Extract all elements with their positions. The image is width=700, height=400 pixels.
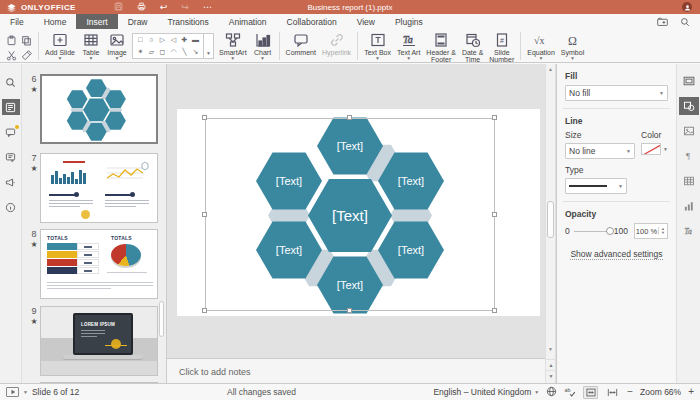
next-slide-button[interactable]: ▼ — [546, 370, 556, 381]
hyperlink-button[interactable]: Hyperlink — [319, 31, 354, 57]
fill-select[interactable]: No fill▼ — [565, 85, 668, 101]
print-button[interactable] — [137, 2, 146, 13]
shape-left-arrow-icon[interactable]: ◁ — [171, 35, 176, 45]
slides-panel-button[interactable] — [2, 99, 20, 115]
selection-handle-bottom-right[interactable] — [492, 308, 497, 313]
menu-view[interactable]: View — [347, 14, 385, 29]
slide-6-thumbnail[interactable] — [40, 74, 158, 144]
search-icon[interactable] — [680, 13, 690, 31]
fit-to-slide-button[interactable] — [583, 386, 598, 399]
menu-home[interactable]: Home — [34, 14, 77, 29]
find-button[interactable] — [2, 74, 20, 90]
shape-rectangle-icon[interactable]: □ — [138, 35, 142, 45]
hexagon-cluster-smartart[interactable]: [Text] [Text] [Text] [Text] [Text] [Text… — [177, 109, 540, 316]
shape-plus-icon[interactable]: ✚ — [182, 35, 188, 45]
start-slideshow-button[interactable] — [6, 387, 19, 397]
shape-callout-icon[interactable]: ◻ — [160, 47, 166, 57]
text-box-button[interactable]: Text Box▼ — [361, 31, 394, 62]
about-button[interactable] — [2, 199, 20, 215]
hexagon-text-top-left[interactable]: [Text] — [276, 175, 302, 187]
selection-handle-bottom-center[interactable] — [347, 308, 352, 313]
hexagon-text-top[interactable]: [Text] — [337, 140, 363, 152]
slide-7-thumbnail[interactable] — [40, 153, 158, 223]
shape-arrow-line-icon[interactable]: ↘ — [193, 47, 199, 57]
fit-to-width-button[interactable] — [605, 386, 620, 399]
zoom-in-button[interactable]: + — [688, 387, 694, 397]
hexagon-text-center[interactable]: [Text] — [332, 207, 368, 224]
opacity-slider-handle[interactable] — [606, 227, 614, 235]
slide-settings-button[interactable] — [679, 72, 699, 90]
text-art-settings-button[interactable]: Ta — [679, 222, 699, 240]
smartart-button[interactable]: SmartArt▼ — [216, 31, 250, 62]
scroll-down-icon[interactable]: ▼ — [546, 346, 555, 352]
table-button[interactable]: Table▼ — [78, 31, 104, 62]
shape-parallelogram-icon[interactable]: ▱ — [149, 47, 154, 57]
opacity-spinbox[interactable]: 100 % ▲▼ — [634, 223, 668, 239]
chevron-down-icon[interactable]: ▼ — [663, 146, 668, 152]
menu-collaboration[interactable]: Collaboration — [277, 14, 347, 29]
user-avatar[interactable] — [682, 2, 692, 12]
cut-icon[interactable] — [4, 48, 18, 62]
paragraph-settings-button[interactable]: ¶ — [679, 147, 699, 165]
selection-handle-top-center[interactable] — [347, 115, 352, 120]
feedback-button[interactable] — [2, 174, 20, 190]
selection-handle-middle-left[interactable] — [202, 212, 207, 217]
slide-number-button[interactable]: # Slide Number — [486, 31, 517, 64]
shape-star-icon[interactable]: ✶ — [138, 47, 144, 57]
chart-settings-button[interactable] — [679, 197, 699, 215]
canvas-scrollbar[interactable]: ▲ ▼ ▲ ▼ — [545, 64, 556, 383]
previous-slide-button[interactable]: ▲ — [546, 359, 556, 370]
step-down-icon[interactable]: ▼ — [661, 231, 665, 235]
paste-icon[interactable] — [4, 33, 18, 47]
save-button[interactable] — [114, 2, 123, 13]
line-size-select[interactable]: No line▼ — [565, 143, 635, 159]
copy-icon[interactable] — [19, 33, 33, 47]
hexagon-text-top-right[interactable]: [Text] — [398, 175, 424, 187]
text-art-button[interactable]: Ta Text Art▼ — [394, 31, 423, 62]
more-actions-button[interactable]: ⋯ — [203, 3, 212, 12]
comment-button[interactable]: Comment — [283, 31, 319, 57]
hexagon-text-bottom[interactable]: [Text] — [337, 279, 363, 291]
slide-9-thumbnail[interactable]: LOREM IPSUM — [40, 306, 158, 376]
table-settings-button[interactable] — [679, 172, 699, 190]
line-color-swatch[interactable] — [641, 143, 661, 155]
undo-button[interactable]: ↩ — [160, 3, 168, 12]
hexagon-text-bottom-right[interactable]: [Text] — [398, 244, 424, 256]
shape-settings-button[interactable] — [679, 97, 699, 115]
selection-handle-top-right[interactable] — [492, 115, 497, 120]
menu-insert[interactable]: Insert — [76, 14, 117, 29]
scroll-up-icon[interactable]: ▲ — [546, 66, 555, 72]
comments-panel-button[interactable] — [2, 124, 20, 140]
image-settings-button[interactable] — [679, 122, 699, 140]
chat-panel-button[interactable] — [2, 149, 20, 165]
menu-draw[interactable]: Draw — [118, 14, 158, 29]
menu-plugins[interactable]: Plugins — [385, 14, 433, 29]
notes-area[interactable]: Click to add notes — [167, 358, 545, 383]
header-footer-button[interactable]: Header & Footer — [423, 31, 459, 64]
chart-button[interactable]: Chart▼ — [250, 31, 276, 62]
shape-gallery[interactable]: □ ○ ▷ ◁ ✚ ▬ ✶ ▱ ◻ ◠ ╲ ↘ ▼ — [132, 33, 214, 59]
slide-8-thumbnail[interactable]: TOTALS TOTALS — [40, 229, 158, 299]
language-selector[interactable]: English – United Kingdom ▼ — [433, 387, 539, 397]
symbol-button[interactable]: Ω Symbol▼ — [558, 31, 587, 62]
zoom-out-button[interactable]: − — [627, 387, 633, 397]
notes-placeholder[interactable]: Click to add notes — [179, 367, 251, 377]
equation-button[interactable]: √x Equation▼ — [524, 31, 558, 62]
document-language-icon[interactable] — [546, 386, 557, 399]
opacity-stepper[interactable]: ▲▼ — [658, 227, 667, 235]
menu-transitions[interactable]: Transitions — [158, 14, 219, 29]
show-advanced-settings-link[interactable]: Show advanced settings — [570, 249, 662, 260]
add-slide-button[interactable]: Add Slide▼ — [42, 31, 78, 62]
menu-animation[interactable]: Animation — [219, 14, 277, 29]
thumbnails-scrollbar-thumb[interactable] — [159, 301, 164, 337]
menu-file[interactable]: File — [0, 14, 34, 29]
opacity-slider[interactable] — [574, 231, 610, 232]
canvas-scrollbar-thumb[interactable] — [547, 201, 554, 238]
date-time-button[interactable]: Date & Time — [459, 31, 486, 64]
redo-button[interactable]: ↪ — [181, 3, 189, 12]
slideshow-options-chevron-icon[interactable]: ▼ — [23, 389, 28, 395]
slide-canvas-area[interactable]: [Text] [Text] [Text] [Text] [Text] [Text… — [167, 64, 545, 383]
line-type-select[interactable]: ▼ — [565, 178, 627, 194]
shape-ellipse-icon[interactable]: ○ — [149, 35, 153, 45]
shape-line-icon[interactable]: ╲ — [182, 47, 186, 57]
